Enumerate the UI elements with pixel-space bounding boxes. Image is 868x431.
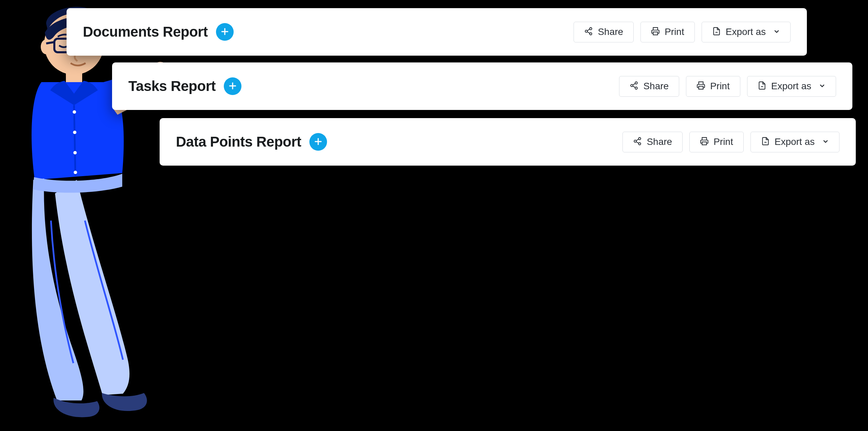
share-icon — [584, 27, 593, 37]
chevron-down-icon — [822, 137, 829, 147]
share-icon — [633, 137, 642, 147]
svg-line-7 — [74, 105, 75, 176]
svg-line-29 — [633, 86, 635, 87]
print-label: Print — [713, 137, 733, 147]
svg-point-34 — [639, 137, 641, 140]
plus-icon — [228, 81, 237, 91]
export-label: Export as — [771, 81, 811, 91]
svg-line-5 — [46, 42, 54, 43]
print-icon — [697, 81, 705, 92]
svg-point-8 — [73, 110, 76, 114]
svg-point-11 — [74, 171, 77, 174]
svg-point-16 — [590, 27, 592, 30]
svg-point-36 — [639, 143, 641, 145]
svg-rect-39 — [702, 142, 707, 145]
print-label: Print — [710, 81, 730, 91]
svg-rect-21 — [653, 32, 658, 35]
svg-point-9 — [73, 131, 76, 134]
export-button[interactable]: Export as — [751, 132, 839, 152]
svg-rect-6 — [66, 71, 82, 82]
svg-line-37 — [636, 139, 639, 140]
chevron-down-icon — [819, 81, 826, 91]
plus-icon — [220, 27, 229, 37]
svg-point-18 — [590, 33, 592, 35]
share-button[interactable]: Share — [622, 132, 683, 152]
report-title: Documents Report — [83, 24, 208, 40]
export-button[interactable]: Export as — [747, 76, 836, 97]
svg-point-17 — [585, 30, 588, 32]
print-icon — [651, 27, 660, 37]
svg-point-27 — [635, 87, 638, 89]
add-report-button[interactable] — [224, 77, 241, 95]
svg-line-19 — [587, 29, 590, 31]
print-button[interactable]: Print — [640, 22, 695, 42]
share-label: Share — [598, 27, 623, 37]
report-card-tasks: Tasks Report Share Print — [112, 62, 852, 110]
print-button[interactable]: Print — [689, 132, 744, 152]
share-label: Share — [643, 81, 669, 91]
svg-point-25 — [635, 82, 638, 84]
share-label: Share — [647, 137, 672, 147]
svg-line-28 — [633, 83, 635, 85]
report-card-documents: Documents Report Share Print — [67, 8, 807, 56]
report-title: Tasks Report — [128, 78, 216, 94]
export-label: Export as — [775, 137, 815, 147]
report-title: Data Points Report — [176, 134, 301, 150]
print-label: Print — [665, 27, 684, 37]
print-icon — [700, 137, 709, 147]
chevron-down-icon — [773, 27, 780, 37]
share-button[interactable]: Share — [574, 22, 634, 42]
svg-point-10 — [73, 151, 77, 154]
svg-line-20 — [587, 32, 590, 33]
file-export-icon — [712, 27, 721, 37]
svg-point-1 — [41, 39, 52, 54]
svg-line-38 — [636, 142, 639, 143]
export-label: Export as — [726, 27, 766, 37]
export-button[interactable]: Export as — [702, 22, 791, 42]
svg-point-35 — [634, 140, 637, 142]
print-button[interactable]: Print — [686, 76, 740, 97]
share-button[interactable]: Share — [619, 76, 679, 97]
plus-icon — [314, 137, 323, 147]
file-export-icon — [761, 137, 770, 147]
report-card-datapoints: Data Points Report Share Print — [160, 118, 856, 166]
add-report-button[interactable] — [216, 23, 234, 41]
share-icon — [630, 81, 638, 92]
svg-rect-30 — [699, 86, 703, 89]
svg-point-26 — [631, 84, 633, 87]
add-report-button[interactable] — [309, 133, 327, 151]
file-export-icon — [758, 81, 766, 92]
